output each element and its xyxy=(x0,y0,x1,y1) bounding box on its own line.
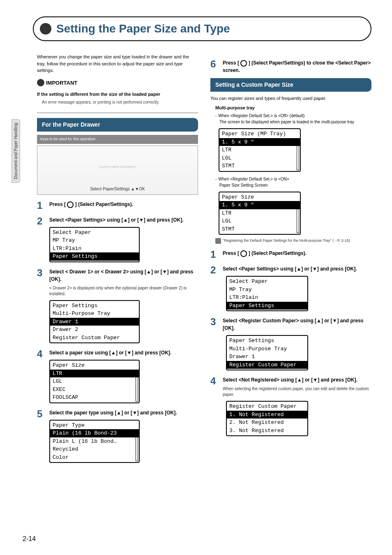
custom-intro: You can register sizes and types of freq… xyxy=(210,95,371,102)
step-note: < Drawer 2> is displayed only when the o… xyxy=(49,285,198,297)
step-text: Select < Drawer 1> or < Drawer 2> using … xyxy=(49,269,194,282)
lcd-mp-b: Paper Size 1. 5 x 9 " LTR LGL STMT xyxy=(219,192,301,235)
mp-bullet-2b: Paper Size Setting Screen xyxy=(219,182,371,188)
lcd-paper-settings-r: Paper Settings Multi-Purpose Tray Drawer… xyxy=(226,335,308,370)
step-number: 2 xyxy=(37,216,45,226)
circle-button-icon xyxy=(240,60,247,67)
lcd-mp-a: Paper Size (MP Tray) 1. 5 x 9 " LTR LGL … xyxy=(219,128,301,172)
step-number: 5 xyxy=(37,409,45,419)
page-title: Setting the Paper Size and Type xyxy=(56,22,362,35)
scrollbar-icon xyxy=(136,430,138,462)
right-step-1: 1 Press [ ] (Select Paper/Settings). xyxy=(210,250,371,259)
lcd-paper-size: Paper Size LTR LGL EXEC FOOLSCAP xyxy=(49,360,140,403)
step-number: 6 xyxy=(210,59,219,69)
step-text: Select <Paper Settings> using [▲] or [▼]… xyxy=(49,217,183,223)
step-text: Select <Not Registered> using [▲] or [▼]… xyxy=(223,377,357,383)
right-step-6: 6 Press [ ] (Select Paper/Settings) to c… xyxy=(210,59,371,74)
scrollbar-icon xyxy=(297,138,299,170)
lcd-select-paper: Select Paper MP Tray LTR:Plain Paper Set… xyxy=(49,227,140,262)
step-note: When selecting the registered custom pap… xyxy=(223,386,371,398)
title-dot-icon xyxy=(40,23,51,35)
step-text: Press [ ] (Select Paper/Settings). xyxy=(49,201,133,207)
lcd-paper-settings: Paper Settings Multi-Purpose Tray Drawer… xyxy=(49,300,140,344)
step-text: Select <Paper Settings> using [▲] or [▼]… xyxy=(223,266,357,272)
cross-reference: "Registering the Default Paper Settings … xyxy=(215,238,371,244)
page-title-band: Setting the Paper Size and Type xyxy=(33,16,371,41)
lcd-paper-type: Paper Type Plain (16 lb Bond-23 Plain L … xyxy=(49,420,140,463)
important-heading: If the setting is different from the siz… xyxy=(37,91,198,98)
left-step-2: 2 Select <Paper Settings> using [▲] or [… xyxy=(37,216,198,262)
lcd-register-custom: Register Custom Paper 1. Not Registered … xyxy=(226,401,308,436)
xref-icon xyxy=(215,238,221,244)
important-note: An error message appears, or printing is… xyxy=(42,99,198,105)
section-header-paper-drawer: For the Paper Drawer xyxy=(37,118,198,132)
section-header-custom-size: Setting a Custom Paper Size xyxy=(210,78,371,92)
mp-tray-block: Multi-purpose tray When <Register Defaul… xyxy=(215,104,371,244)
step-text: Select the paper type using [▲] or [▼] a… xyxy=(49,410,177,416)
lcd-select-paper-r: Select Paper MP Tray LTR:Plain Paper Set… xyxy=(226,276,308,311)
important-label: IMPORTANT xyxy=(37,79,81,87)
mp-bullet-1b: The screen to be displayed when paper is… xyxy=(219,119,371,125)
left-step-1: 1 Press [ ] (Select Paper/Settings). xyxy=(37,201,198,210)
right-step-2: 2 Select <Paper Settings> using [▲] or [… xyxy=(210,265,371,311)
step-number: 1 xyxy=(37,201,45,210)
keys-label: Keys to be used for this operation xyxy=(37,135,198,144)
step-text: Press [ ] (Select Paper/Settings) to clo… xyxy=(223,60,371,73)
left-step-3: 3 Select < Drawer 1> or < Drawer 2> usin… xyxy=(37,268,198,344)
step-number: 3 xyxy=(210,317,219,327)
right-step-3: 3 Select <Register Custom Paper> using [… xyxy=(210,317,371,370)
scrollbar-icon xyxy=(297,201,299,234)
panel-caption: Select Paper/Settings ▲▼OK xyxy=(40,186,195,192)
page-number: 2-14 xyxy=(23,535,36,543)
step-number: 1 xyxy=(210,250,219,259)
scrollbar-icon xyxy=(136,370,138,402)
mp-bullet-2: When <Register Default Set.> is <ON> xyxy=(215,176,371,182)
step-number: 3 xyxy=(37,268,45,278)
mp-title: Multi-purpose tray xyxy=(215,104,371,111)
right-step-4: 4 Select <Not Registered> using [▲] or [… xyxy=(210,376,371,436)
step-number: 4 xyxy=(37,349,45,359)
left-step-5: 5 Select the paper type using [▲] or [▼]… xyxy=(37,409,198,463)
divider xyxy=(37,113,198,113)
step-number: 4 xyxy=(210,376,219,386)
left-column: Whenever you change the paper size and t… xyxy=(37,53,198,463)
step-text: Press [ ] (Select Paper/Settings). xyxy=(223,250,307,256)
side-tab: Document and Paper Handling xyxy=(12,119,20,183)
intro-text: Whenever you change the paper size and t… xyxy=(37,53,198,74)
control-panel-diagram: [control panel illustration] Select Pape… xyxy=(37,146,198,195)
step-text: Select <Register Custom Paper> using [▲]… xyxy=(223,318,364,331)
step-number: 2 xyxy=(210,265,219,275)
left-step-4: 4 Select a paper size using [▲] or [▼] a… xyxy=(37,349,198,403)
step-text: Select a paper size using [▲] or [▼] and… xyxy=(49,350,171,356)
circle-button-icon xyxy=(67,201,74,208)
right-column: 6 Press [ ] (Select Paper/Settings) to c… xyxy=(210,53,371,463)
circle-button-icon xyxy=(240,250,247,257)
mp-bullet-1: When <Register Default Set.> is <Off> (d… xyxy=(215,113,371,119)
